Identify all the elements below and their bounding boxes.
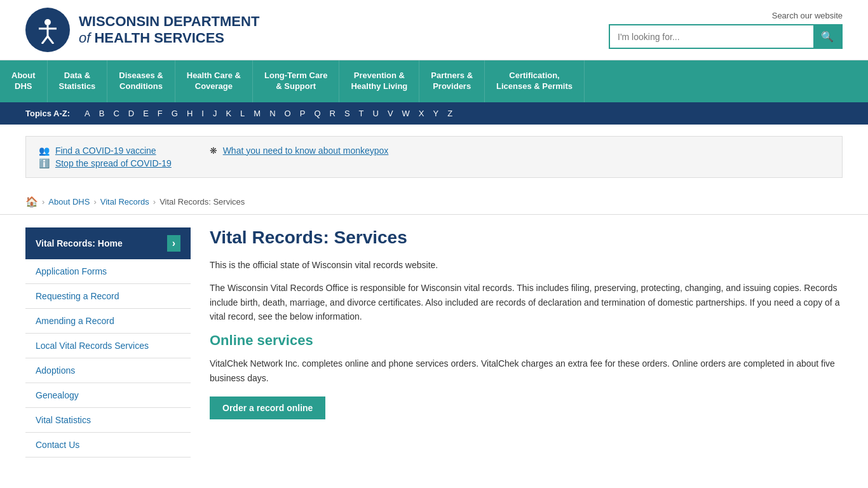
alert-monkeypox: ❋ What you need to know about monkeypox (210, 146, 389, 156)
sidebar: Vital Records: Home › Application Forms … (25, 227, 191, 458)
topic-h[interactable]: H (182, 107, 197, 119)
search-area: Search our website 🔍 (609, 11, 843, 49)
topics-label: Topics A-Z: (25, 109, 70, 118)
sidebar-item-local-vital-records[interactable]: Local Vital Records Services (25, 334, 191, 358)
svg-line-3 (42, 36, 48, 44)
topic-g[interactable]: G (167, 107, 182, 119)
topic-s[interactable]: S (340, 107, 355, 119)
online-services-heading: Online services (210, 332, 843, 349)
sidebar-item-application-forms[interactable]: Application Forms (25, 259, 191, 284)
breadcrumb: 🏠 › About DHS › Vital Records › Vital Re… (0, 189, 868, 215)
topic-y[interactable]: Y (429, 107, 444, 119)
breadcrumb-about-dhs[interactable]: About DHS (48, 197, 90, 207)
topic-a[interactable]: A (80, 107, 95, 119)
search-button[interactable]: 🔍 (813, 25, 841, 48)
svg-line-4 (48, 36, 53, 44)
home-icon[interactable]: 🏠 (25, 196, 38, 208)
alert-covid-spread: ℹ️ Stop the spread of COVID-19 (39, 158, 172, 168)
sidebar-item-genealogy[interactable]: Genealogy (25, 383, 191, 408)
sidebar-arrow-icon: › (167, 235, 180, 252)
online-services-paragraph: VitalChek Network Inc. completes online … (210, 356, 843, 385)
topic-e[interactable]: E (139, 107, 153, 119)
breadcrumb-sep-2: › (93, 197, 96, 207)
nav-about-dhs[interactable]: AboutDHS (0, 60, 48, 102)
topic-q[interactable]: Q (309, 107, 325, 119)
nav-partners[interactable]: Partners &Providers (419, 60, 485, 102)
topic-o[interactable]: O (280, 107, 295, 119)
topic-r[interactable]: R (325, 107, 340, 119)
people-icon: 👥 (39, 146, 50, 156)
nav-prevention[interactable]: Prevention &Healthy Living (339, 60, 419, 102)
alert-covid-vaccine: 👥 Find a COVID-19 vaccine (39, 146, 172, 156)
topic-v[interactable]: V (383, 107, 398, 119)
topic-n[interactable]: N (265, 107, 280, 119)
main-layout: Vital Records: Home › Application Forms … (25, 215, 843, 458)
topic-t[interactable]: T (355, 107, 369, 119)
topic-j[interactable]: J (208, 107, 222, 119)
topic-d[interactable]: D (124, 107, 139, 119)
breadcrumb-sep-3: › (153, 197, 156, 207)
site-header: WISCONSIN DEPARTMENT of HEALTH SERVICES … (0, 0, 868, 60)
breadcrumb-sep-1: › (42, 197, 44, 207)
sidebar-active-label: Vital Records: Home (36, 238, 123, 248)
sidebar-item-amending-record[interactable]: Amending a Record (25, 309, 191, 334)
main-content: Vital Records: Services This is the offi… (210, 227, 843, 458)
topic-b[interactable]: B (95, 107, 109, 119)
alert-left: 👥 Find a COVID-19 vaccine ℹ️ Stop the sp… (39, 146, 172, 168)
nav-long-term-care[interactable]: Long-Term Care& Support (253, 60, 339, 102)
sidebar-item-adoptions[interactable]: Adoptions (25, 358, 191, 383)
nav-data-statistics[interactable]: Data &Statistics (48, 60, 108, 102)
topic-p[interactable]: P (295, 107, 310, 119)
topic-u[interactable]: U (369, 107, 383, 119)
sidebar-item-contact-us[interactable]: Contact Us (25, 433, 191, 458)
breadcrumb-current: Vital Records: Services (159, 197, 245, 207)
breadcrumb-vital-records[interactable]: Vital Records (100, 197, 149, 207)
nav-diseases-conditions[interactable]: Diseases &Conditions (107, 60, 175, 102)
topic-m[interactable]: M (249, 107, 265, 119)
sidebar-item-requesting-record[interactable]: Requesting a Record (25, 284, 191, 309)
topic-k[interactable]: K (221, 107, 236, 119)
alert-bar: 👥 Find a COVID-19 vaccine ℹ️ Stop the sp… (25, 136, 843, 178)
topic-l[interactable]: L (236, 107, 249, 119)
top-navigation: AboutDHS Data &Statistics Diseases &Cond… (0, 60, 868, 102)
alert-right: ❋ What you need to know about monkeypox (210, 146, 389, 156)
org-name: WISCONSIN DEPARTMENT of HEALTH SERVICES (79, 13, 259, 47)
topic-w[interactable]: W (398, 107, 414, 119)
topic-c[interactable]: C (109, 107, 123, 119)
page-title: Vital Records: Services (210, 227, 843, 248)
nav-health-care[interactable]: Health Care &Coverage (175, 60, 253, 102)
body-paragraph: The Wisconsin Vital Records Office is re… (210, 281, 843, 323)
search-input[interactable] (610, 27, 813, 47)
logo-icon (25, 8, 70, 52)
search-label: Search our website (772, 11, 843, 20)
topic-z[interactable]: Z (443, 107, 457, 119)
topic-i[interactable]: I (197, 107, 208, 119)
sidebar-active-item[interactable]: Vital Records: Home › (25, 227, 191, 259)
topic-x[interactable]: X (414, 107, 429, 119)
logo-area: WISCONSIN DEPARTMENT of HEALTH SERVICES (25, 8, 259, 52)
topics-az-bar: Topics A-Z: A B C D E F G H I J K L M N … (0, 102, 868, 125)
search-box: 🔍 (609, 24, 843, 49)
covid-spread-link[interactable]: Stop the spread of COVID-19 (55, 158, 172, 168)
order-record-button[interactable]: Order a record online (210, 396, 325, 419)
svg-point-0 (44, 19, 51, 25)
nav-certification[interactable]: Certification,Licenses & Permits (485, 60, 585, 102)
covid-vaccine-link[interactable]: Find a COVID-19 vaccine (55, 146, 156, 156)
asterisk-icon: ❋ (210, 146, 217, 156)
sidebar-item-vital-statistics[interactable]: Vital Statistics (25, 408, 191, 433)
intro-paragraph: This is the official state of Wisconsin … (210, 258, 843, 272)
topic-f[interactable]: F (153, 107, 167, 119)
info-icon: ℹ️ (39, 158, 50, 168)
monkeypox-link[interactable]: What you need to know about monkeypox (223, 146, 389, 156)
